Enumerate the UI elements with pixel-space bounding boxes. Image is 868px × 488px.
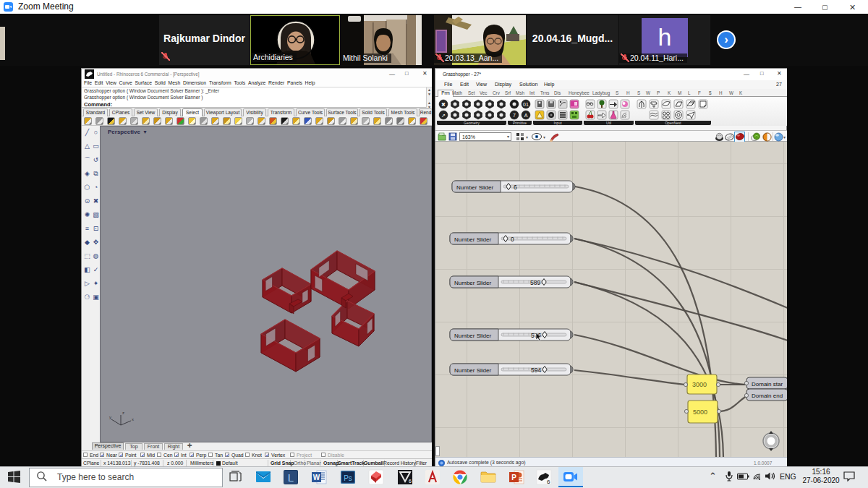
svg-text:z: z [122, 411, 124, 415]
svg-text:6: 6 [514, 184, 517, 191]
svg-text:7: 7 [513, 113, 516, 118]
svg-text:✖: ✖ [441, 102, 446, 107]
svg-text:01: 01 [523, 102, 529, 107]
svg-text:P: P [511, 474, 516, 481]
svg-text:6: 6 [547, 479, 550, 485]
svg-text:↗: ↗ [441, 113, 446, 118]
svg-text:Number Slider: Number Slider [456, 184, 493, 191]
svg-text:Number Slider: Number Slider [454, 236, 491, 243]
svg-text:589: 589 [530, 279, 540, 286]
svg-text:Number Slider: Number Slider [454, 367, 491, 374]
svg-text:Ps: Ps [344, 474, 352, 482]
svg-text:0: 0 [511, 236, 514, 243]
svg-text:Domain end: Domain end [752, 393, 783, 399]
svg-text:W: W [313, 474, 320, 481]
svg-text:L: L [288, 471, 294, 484]
svg-text:6: 6 [409, 479, 412, 484]
svg-text:Domain star: Domain star [752, 381, 783, 388]
svg-text:3000: 3000 [692, 381, 707, 388]
svg-text:5000: 5000 [693, 408, 707, 416]
svg-text:A: A [524, 113, 528, 118]
svg-text:Number Slider: Number Slider [454, 333, 491, 339]
svg-text:y: y [109, 415, 111, 419]
svg-text:x: x [132, 417, 134, 421]
svg-text:Number Slider: Number Slider [454, 280, 491, 286]
svg-text:594: 594 [531, 367, 541, 374]
